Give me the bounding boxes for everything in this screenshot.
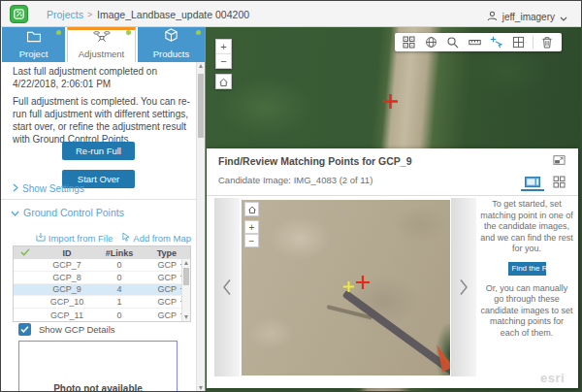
gcp-table: ID #Links Type GCP_7 0 GCP GCP_8 0 GCP G… [13, 245, 191, 322]
home-extent-button[interactable] [215, 74, 232, 89]
cell-id: GCP_7 [37, 260, 97, 270]
checkbox-checked-icon[interactable] [18, 323, 31, 336]
basemap-globe-icon[interactable] [423, 35, 438, 50]
cell-links: 0 [97, 310, 142, 320]
left-panel-scrollbar-thumb[interactable] [198, 74, 204, 138]
gcp-section-toggle[interactable]: Ground Control Points [11, 207, 124, 218]
tab-products-label: Products [153, 49, 190, 59]
viewer-zoom-out-button[interactable]: − [244, 234, 259, 247]
import-from-file-label: Import from File [48, 233, 113, 244]
top-bar: Projects > Image_Landbase_update 004200 … [1, 1, 581, 27]
delete-icon[interactable] [539, 35, 555, 50]
col-header-id: ID [37, 248, 97, 258]
cell-type: GCP [142, 260, 177, 270]
scroll-up-icon[interactable] [182, 259, 190, 267]
breadcrumb-separator: > [87, 10, 92, 19]
tab-project-label: Project [19, 49, 48, 59]
tab-project-status-dot [56, 30, 61, 35]
cell-type: GCP [142, 273, 177, 282]
show-settings-label: Show Settings [22, 183, 84, 194]
gcp-marker-red-cross[interactable] [382, 93, 399, 114]
folder-icon [26, 29, 42, 47]
map-canvas[interactable]: + − Find/Review Matching Points for GCP_… [206, 27, 582, 392]
dock-panel-icon[interactable] [552, 153, 566, 167]
table-row-gcp7[interactable]: GCP_7 0 GCP [14, 259, 190, 272]
cell-type: GCP [142, 297, 177, 307]
cell-links: 0 [97, 273, 142, 282]
cell-id: GCP_10 [37, 297, 97, 307]
gcp-tool-icon-active[interactable] [489, 35, 504, 50]
tab-adjustment-status-dot [126, 30, 131, 35]
previous-candidate-button[interactable] [214, 198, 240, 376]
matching-points-panel: Find/Review Matching Points for GCP_9 Ca… [207, 148, 578, 388]
chevron-down-icon [560, 8, 567, 25]
import-from-file-link[interactable]: Import from File [36, 232, 113, 244]
table-row-gcp9-selected[interactable]: GCP_9 4 GCP [14, 284, 190, 297]
tab-products[interactable]: Products [138, 27, 205, 62]
left-panel-scrollbar[interactable] [196, 62, 205, 392]
cube-icon [164, 28, 178, 47]
project-title: Image_Landbase_update 004200 [97, 9, 249, 20]
breadcrumb-projects-link[interactable]: Projects [47, 9, 83, 20]
grid-view-toggle[interactable] [547, 173, 570, 191]
cell-id: GCP_9 [37, 284, 97, 294]
left-panel: Project Adjustment Products Last full ad… [1, 27, 206, 392]
esri-watermark: esri [540, 371, 565, 385]
show-gcp-details-label: Show GCP Details [39, 324, 115, 335]
matching-panel-title: Find/Review Matching Points for GCP_9 [218, 155, 412, 167]
cell-links: 0 [97, 260, 142, 270]
zoom-out-button[interactable]: − [216, 54, 231, 68]
instruction-secondary: Or, you can manually go through these ca… [480, 283, 572, 338]
scroll-down-icon[interactable] [197, 384, 205, 392]
chevron-right-icon [13, 183, 18, 194]
matching-instructions: To get started, set matching point in on… [480, 199, 573, 339]
add-from-map-label: Add from Map [133, 233, 191, 244]
single-view-toggle-active[interactable] [521, 173, 544, 191]
toolbar-separator [533, 36, 534, 49]
table-row-gcp10[interactable]: GCP_10 1 GCP [14, 296, 190, 309]
show-settings-toggle[interactable]: Show Settings [13, 183, 84, 194]
map-toolbar [395, 33, 562, 51]
zoom-in-button[interactable]: + [216, 40, 231, 54]
apps-grid-icon[interactable] [402, 35, 417, 50]
cell-id: GCP_8 [37, 273, 97, 282]
user-name: jeff_imagery [502, 12, 555, 22]
matching-point-yellow-cross[interactable] [342, 279, 355, 297]
viewer-zoom-in-button[interactable]: + [244, 220, 259, 234]
last-adjustment-status: Last full adjustment completed on 4/22/2… [13, 65, 187, 90]
section-divider [1, 199, 196, 200]
image-collection-icon[interactable] [510, 35, 526, 50]
scroll-up-icon[interactable] [197, 62, 205, 70]
candidate-image-viewer[interactable]: + − [242, 200, 450, 376]
user-icon [487, 8, 498, 25]
next-candidate-button[interactable] [451, 198, 476, 376]
cursor-icon [122, 232, 130, 244]
table-row-gcp11[interactable]: GCP_11 0 GCP [14, 309, 190, 321]
chevron-down-icon [11, 207, 19, 218]
drone-icon [93, 29, 111, 47]
show-gcp-details-checkbox-row[interactable]: Show GCP Details [18, 323, 115, 336]
table-row-gcp8[interactable]: GCP_8 0 GCP [14, 272, 190, 284]
cell-links: 4 [97, 284, 142, 294]
app-window: Projects > Image_Landbase_update 004200 … [0, 0, 582, 392]
table-scrollbar[interactable] [181, 259, 190, 321]
search-icon[interactable] [445, 35, 461, 50]
scroll-down-icon[interactable] [182, 313, 190, 321]
cell-type: GCP [142, 310, 177, 320]
check-icon [14, 248, 37, 258]
map-zoom-control: + − [215, 39, 232, 69]
user-menu[interactable]: jeff_imagery [487, 8, 567, 25]
add-from-map-link[interactable]: Add from Map [122, 232, 191, 244]
instruction-primary: To get started, set matching point in on… [480, 199, 573, 253]
find-the-rest-button[interactable]: Find the Rest [508, 262, 546, 276]
gcp-marker-red-cross[interactable] [355, 275, 371, 294]
viewer-home-button[interactable] [244, 202, 259, 216]
rerun-full-button[interactable]: Re-run Full [62, 142, 135, 160]
gcp-photo-placeholder-box: Photo not available [18, 341, 178, 392]
col-header-type: Type [142, 248, 177, 258]
gcp-actions: Import from File Add from Map [13, 232, 191, 244]
table-scrollbar-thumb[interactable] [183, 268, 189, 285]
panel-divider [207, 195, 578, 196]
measure-icon[interactable] [467, 35, 482, 50]
ortho-maker-logo-icon [10, 5, 28, 23]
